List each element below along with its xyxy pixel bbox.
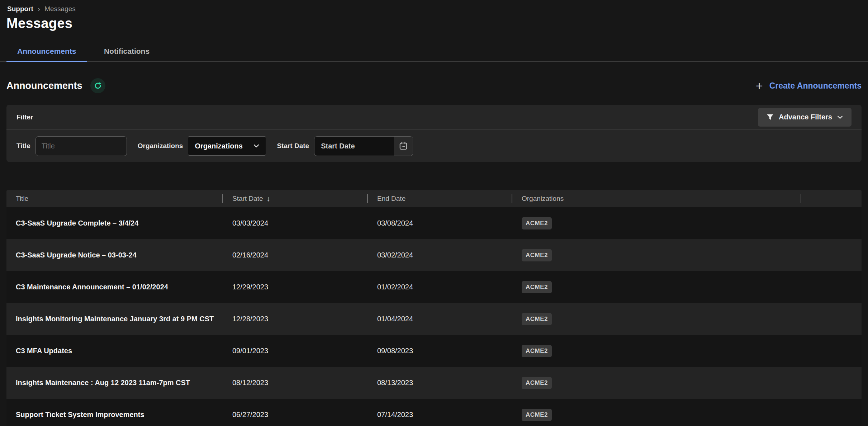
create-announcements-label: Create Announcements <box>769 81 862 91</box>
row-start-date: 08/12/2023 <box>222 379 367 387</box>
column-header-start-date-label: Start Date <box>232 195 263 203</box>
organization-badge: ACME2 <box>522 345 552 357</box>
column-header-start-date[interactable]: Start Date ↓ <box>222 190 367 207</box>
organization-badge: ACME2 <box>522 281 552 293</box>
table-header: Title Start Date ↓ End Date Organization… <box>6 190 862 207</box>
filter-panel-title: Filter <box>16 113 33 121</box>
row-end-date: 01/04/2024 <box>367 315 512 323</box>
row-start-date: 12/29/2023 <box>222 283 367 291</box>
breadcrumb-separator-icon: › <box>38 6 40 13</box>
row-title: Insights Maintenance : Aug 12 2023 11am-… <box>6 379 222 387</box>
row-end-date: 08/13/2023 <box>367 379 512 387</box>
start-date-input[interactable]: Start Date <box>314 136 413 156</box>
start-date-filter-label: Start Date <box>277 142 309 150</box>
column-header-actions <box>801 190 862 207</box>
tab-announcements[interactable]: Announcements <box>6 42 87 61</box>
row-title: C3 MFA Updates <box>6 347 222 355</box>
tab-bar: Announcements Notifications <box>0 42 868 62</box>
refresh-button[interactable] <box>90 78 105 93</box>
section-header: Announcements + Create Announcements <box>6 76 862 95</box>
row-end-date: 03/08/2024 <box>367 219 512 227</box>
row-end-date: 01/02/2024 <box>367 283 512 291</box>
row-organizations: ACME2 <box>512 313 801 325</box>
organizations-select-value: Organizations <box>195 142 242 150</box>
row-organizations: ACME2 <box>512 345 801 357</box>
title-filter-input[interactable] <box>35 136 127 156</box>
organizations-filter-label: Organizations <box>138 142 183 150</box>
row-organizations: ACME2 <box>512 249 801 261</box>
breadcrumb: Support › Messages <box>0 0 868 13</box>
organization-badge: ACME2 <box>522 217 552 229</box>
organizations-select[interactable]: Organizations <box>188 136 266 156</box>
row-title: C3-SaaS Upgrade Complete – 3/4/24 <box>6 219 222 227</box>
page-title: Messages <box>6 16 868 31</box>
column-header-title[interactable]: Title <box>6 190 222 207</box>
row-start-date: 03/03/2024 <box>222 219 367 227</box>
table-body: C3-SaaS Upgrade Complete – 3/4/24 03/03/… <box>6 207 862 426</box>
table-row[interactable]: C3 Maintenance Announcement – 01/02/2024… <box>6 271 862 303</box>
column-header-organizations[interactable]: Organizations <box>512 190 801 207</box>
row-title: C3-SaaS Upgrade Notice – 03-03-24 <box>6 251 222 259</box>
funnel-icon <box>767 114 774 121</box>
advance-filters-label: Advance Filters <box>779 113 832 121</box>
row-organizations: ACME2 <box>512 217 801 229</box>
chevron-down-icon <box>253 144 259 148</box>
row-end-date: 03/02/2024 <box>367 251 512 259</box>
plus-icon: + <box>756 80 763 91</box>
row-title: Insights Monitoring Maintenance January … <box>6 315 222 323</box>
refresh-icon <box>94 81 102 90</box>
table-row[interactable]: Insights Maintenance : Aug 12 2023 11am-… <box>6 367 862 399</box>
breadcrumb-support[interactable]: Support <box>7 5 33 13</box>
row-title: C3 Maintenance Announcement – 01/02/2024 <box>6 283 222 291</box>
start-date-placeholder: Start Date <box>314 137 394 156</box>
row-start-date: 02/16/2024 <box>222 251 367 259</box>
row-end-date: 07/14/2023 <box>367 411 512 419</box>
row-organizations: ACME2 <box>512 377 801 389</box>
row-end-date: 09/08/2023 <box>367 347 512 355</box>
row-organizations: ACME2 <box>512 281 801 293</box>
row-organizations: ACME2 <box>512 409 801 421</box>
column-header-end-date[interactable]: End Date <box>367 190 512 207</box>
row-title: Support Ticket System Improvements <box>6 411 222 419</box>
organization-badge: ACME2 <box>522 409 552 421</box>
table-row[interactable]: C3-SaaS Upgrade Notice – 03-03-24 02/16/… <box>6 239 862 271</box>
title-filter-label: Title <box>16 142 30 150</box>
breadcrumb-messages: Messages <box>44 5 76 13</box>
table-row[interactable]: C3 MFA Updates 09/01/2023 09/08/2023 ACM… <box>6 335 862 367</box>
organization-badge: ACME2 <box>522 249 552 261</box>
table-row[interactable]: Insights Monitoring Maintenance January … <box>6 303 862 335</box>
sort-descending-icon[interactable]: ↓ <box>267 195 270 203</box>
section-title: Announcements <box>6 80 82 91</box>
announcements-table: Title Start Date ↓ End Date Organization… <box>6 190 862 426</box>
filter-panel: Filter Advance Filters Title Organizatio… <box>6 105 862 162</box>
table-row[interactable]: C3-SaaS Upgrade Complete – 3/4/24 03/03/… <box>6 207 862 239</box>
table-row[interactable]: Support Ticket System Improvements 06/27… <box>6 399 862 426</box>
row-start-date: 06/27/2023 <box>222 411 367 419</box>
organization-badge: ACME2 <box>522 377 552 389</box>
organization-badge: ACME2 <box>522 313 552 325</box>
advance-filters-button[interactable]: Advance Filters <box>758 108 852 127</box>
row-start-date: 12/28/2023 <box>222 315 367 323</box>
chevron-down-icon <box>837 115 843 119</box>
row-start-date: 09/01/2023 <box>222 347 367 355</box>
create-announcements-button[interactable]: + Create Announcements <box>756 80 862 91</box>
tab-notifications[interactable]: Notifications <box>87 42 167 61</box>
calendar-icon[interactable] <box>394 137 413 156</box>
